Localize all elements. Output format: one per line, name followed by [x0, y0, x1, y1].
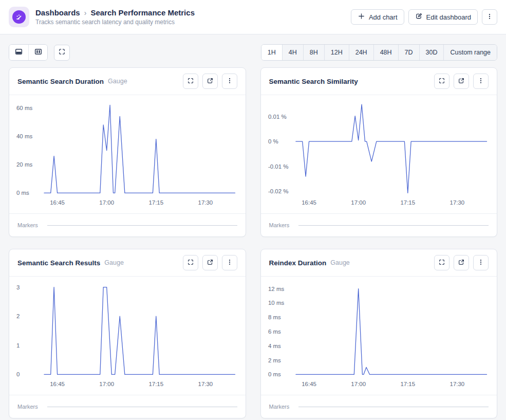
svg-text:0 %: 0 % — [268, 138, 278, 144]
time-range-1h[interactable]: 1H — [261, 45, 282, 60]
chart-menu-button[interactable] — [222, 74, 237, 89]
expand-icon — [187, 259, 194, 267]
time-range-7d[interactable]: 7D — [398, 45, 419, 60]
expand-icon — [438, 77, 445, 86]
expand-icon — [187, 77, 194, 86]
line-chart-reindex-duration: 12 ms10 ms8 ms6 ms4 ms2 ms0 ms16:4517:00… — [261, 277, 497, 395]
dashboard-menu-button[interactable] — [482, 9, 497, 25]
chart-card-semantic-search-similarity: Semantic Search Similarity 0.01 %0 %-0.0… — [260, 67, 498, 237]
svg-text:16:45: 16:45 — [302, 199, 316, 206]
svg-text:-0.02 %: -0.02 % — [268, 188, 288, 194]
breadcrumb-dashboards[interactable]: Dashboards — [35, 8, 80, 17]
svg-text:60 ms: 60 ms — [16, 105, 33, 111]
gauge-icon — [12, 10, 26, 24]
svg-text:16:45: 16:45 — [302, 381, 316, 387]
chart-menu-button[interactable] — [222, 255, 237, 270]
svg-text:17:00: 17:00 — [99, 381, 114, 387]
external-link-icon — [207, 77, 214, 86]
time-range-custom[interactable]: Custom range — [443, 45, 497, 60]
svg-text:17:30: 17:30 — [198, 199, 213, 206]
markers-line — [298, 225, 489, 226]
svg-text:3: 3 — [16, 284, 20, 290]
chevron-right-icon: › — [84, 9, 87, 17]
svg-text:17:30: 17:30 — [449, 381, 464, 387]
svg-text:-0.01 %: -0.01 % — [268, 163, 288, 170]
expand-icon — [438, 259, 445, 267]
add-chart-button[interactable]: Add chart — [351, 9, 404, 25]
time-range-48h[interactable]: 48H — [373, 45, 398, 60]
dashboard-app-icon — [9, 7, 29, 27]
chart-type-tag: Gauge — [330, 259, 350, 266]
svg-text:17:00: 17:00 — [99, 199, 114, 206]
dashboard-toolbar: 1H 4H 8H 12H 24H 48H 7D 30D Custom range — [9, 44, 497, 61]
svg-text:6 ms: 6 ms — [268, 328, 280, 335]
chart-card-semantic-search-results: Semantic Search Results Gauge 321016:451… — [9, 249, 246, 418]
svg-text:20 ms: 20 ms — [16, 161, 33, 168]
svg-text:2: 2 — [16, 313, 20, 319]
svg-text:17:00: 17:00 — [351, 381, 366, 387]
markers-line — [47, 407, 237, 407]
markers-label: Markers — [17, 222, 38, 228]
external-link-icon — [207, 259, 214, 267]
chart-title: Semantic Search Results — [17, 259, 100, 267]
external-link-icon — [458, 77, 465, 86]
time-range-4h[interactable]: 4H — [282, 45, 303, 60]
page-title: Search Performance Metrics — [90, 8, 195, 17]
time-range-8h[interactable]: 8H — [303, 45, 324, 60]
chart-title: Reindex Duration — [269, 259, 327, 267]
open-chart-button[interactable] — [454, 74, 469, 89]
edit-dashboard-label: Edit dashboard — [426, 13, 471, 21]
svg-text:2 ms: 2 ms — [268, 357, 280, 363]
expand-chart-button[interactable] — [434, 255, 449, 270]
chart-menu-button[interactable] — [473, 74, 489, 89]
svg-text:17:00: 17:00 — [351, 199, 366, 206]
svg-text:17:30: 17:30 — [449, 199, 464, 206]
open-chart-button[interactable] — [202, 255, 218, 270]
expand-icon — [58, 48, 66, 57]
kebab-menu-icon — [477, 77, 484, 86]
fullscreen-button[interactable] — [54, 45, 70, 61]
line-chart-semantic-search-results: 321016:4517:0017:1517:30 — [9, 277, 246, 395]
time-range-30d[interactable]: 30D — [419, 45, 444, 60]
svg-text:17:15: 17:15 — [148, 381, 163, 387]
edit-icon — [415, 12, 423, 22]
external-link-icon — [458, 259, 465, 267]
markers-line — [298, 407, 489, 407]
svg-text:12 ms: 12 ms — [268, 286, 284, 292]
layout-columns-button[interactable] — [28, 45, 47, 60]
chart-menu-button[interactable] — [473, 255, 489, 270]
svg-text:10 ms: 10 ms — [268, 300, 284, 306]
time-range-24h[interactable]: 24H — [349, 45, 373, 60]
layout-row-button[interactable] — [9, 45, 28, 60]
svg-text:17:15: 17:15 — [148, 199, 163, 206]
svg-text:8 ms: 8 ms — [268, 314, 280, 320]
svg-text:0 ms: 0 ms — [268, 371, 280, 377]
chart-title: Semantic Search Similarity — [269, 78, 358, 85]
time-range-12h[interactable]: 12H — [324, 45, 349, 60]
page-subtitle: Tracks semantic search latency and quali… — [35, 19, 195, 26]
expand-chart-button[interactable] — [183, 74, 198, 89]
kebab-menu-icon — [226, 259, 233, 267]
svg-text:4 ms: 4 ms — [268, 343, 280, 349]
line-chart-semantic-search-similarity: 0.01 %0 %-0.01 %-0.02 %16:4517:0017:1517… — [261, 95, 497, 213]
chart-card-reindex-duration: Reindex Duration Gauge 12 ms10 ms8 ms6 m… — [260, 249, 498, 418]
svg-text:16:45: 16:45 — [50, 381, 65, 387]
top-bar: Dashboards › Search Performance Metrics … — [0, 0, 506, 34]
svg-text:17:15: 17:15 — [400, 199, 415, 206]
markers-line — [47, 225, 237, 226]
chart-card-semantic-search-duration: Semantic Search Duration Gauge 60 ms40 m… — [9, 67, 246, 237]
markers-label: Markers — [269, 404, 290, 410]
expand-chart-button[interactable] — [183, 255, 198, 270]
layout-row-icon — [14, 47, 23, 58]
svg-text:16:45: 16:45 — [50, 199, 65, 206]
open-chart-button[interactable] — [454, 255, 469, 270]
edit-dashboard-button[interactable]: Edit dashboard — [408, 9, 478, 25]
expand-chart-button[interactable] — [434, 74, 449, 89]
svg-text:0: 0 — [16, 371, 20, 377]
open-chart-button[interactable] — [202, 74, 218, 89]
chart-type-tag: Gauge — [108, 78, 127, 85]
svg-text:0.01 %: 0.01 % — [268, 114, 286, 120]
kebab-menu-icon — [477, 259, 484, 267]
line-chart-semantic-search-duration: 60 ms40 ms20 ms0 ms16:4517:0017:1517:30 — [9, 95, 246, 213]
chart-grid: Semantic Search Duration Gauge 60 ms40 m… — [0, 67, 506, 418]
